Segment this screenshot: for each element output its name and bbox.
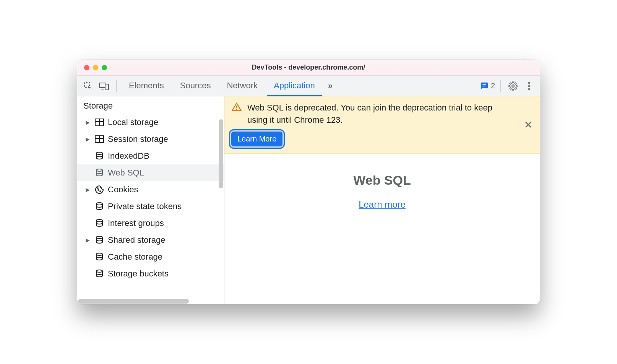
kebab-menu-button[interactable] [522, 79, 536, 93]
svg-point-9 [528, 88, 530, 90]
tab-application[interactable]: Application [267, 76, 322, 96]
svg-point-20 [97, 188, 98, 188]
vertical-scrollbar[interactable] [219, 119, 223, 188]
inspect-element-icon[interactable] [81, 79, 95, 93]
minimize-window-button[interactable] [93, 65, 98, 70]
more-tabs-button[interactable]: » [324, 81, 336, 91]
toolbar: Elements Sources Network Application » 2 [77, 76, 540, 96]
svg-point-8 [528, 85, 530, 87]
sidebar-item-interest-groups[interactable]: Interest groups [77, 215, 224, 232]
disclosure-triangle-icon: ▶ [86, 187, 91, 193]
warning-icon [231, 102, 242, 112]
toolbar-divider [116, 80, 117, 92]
sidebar-item-session-storage[interactable]: ▶Session storage [77, 131, 224, 148]
main-body: Web SQL Learn more [224, 154, 540, 304]
svg-point-21 [96, 203, 102, 205]
tab-elements[interactable]: Elements [122, 76, 171, 96]
database-icon [94, 151, 105, 161]
sidebar-item-label: Interest groups [108, 218, 164, 228]
gear-icon [508, 81, 518, 91]
main-heading: Web SQL [353, 173, 411, 188]
kebab-icon [528, 82, 530, 90]
horizontal-scrollbar[interactable] [78, 299, 189, 304]
sidebar-item-cookies[interactable]: ▶Cookies [77, 181, 224, 198]
disclosure-triangle-icon: ▶ [86, 136, 91, 142]
sidebar: Storage ▶Local storage▶Session storageIn… [77, 96, 224, 304]
content: Storage ▶Local storage▶Session storageIn… [77, 96, 540, 304]
tab-label: Sources [180, 81, 211, 91]
maximize-window-button[interactable] [102, 65, 107, 70]
main-panel: Web SQL is deprecated. You can join the … [224, 96, 540, 304]
banner-text: Web SQL is deprecated. You can join the … [247, 102, 511, 126]
sidebar-item-label: Storage buckets [108, 269, 169, 279]
tab-label: Network [227, 81, 258, 91]
sidebar-tree: ▶Local storage▶Session storageIndexedDBW… [77, 114, 224, 282]
database-icon [94, 202, 105, 211]
sidebar-item-label: Shared storage [108, 235, 165, 245]
disclosure-triangle-icon: ▶ [86, 119, 91, 125]
cookie-icon [94, 185, 105, 194]
close-icon [524, 121, 532, 128]
sidebar-item-label: Cache storage [108, 252, 162, 262]
database-icon [94, 252, 105, 262]
sidebar-item-label: Private state tokens [108, 202, 182, 211]
table-icon [94, 118, 105, 127]
tab-label: Application [274, 81, 315, 91]
svg-point-27 [236, 109, 237, 110]
sidebar-item-shared-storage[interactable]: ▶Shared storage [77, 232, 224, 249]
database-icon [94, 269, 105, 278]
sidebar-item-storage-buckets[interactable]: Storage buckets [77, 265, 224, 282]
sidebar-item-label: Web SQL [108, 168, 144, 178]
svg-point-25 [96, 270, 102, 272]
svg-point-22 [96, 219, 102, 222]
close-window-button[interactable] [84, 65, 89, 70]
svg-point-19 [100, 191, 101, 192]
tab-label: Elements [129, 81, 164, 91]
settings-button[interactable] [506, 79, 520, 93]
issues-count: 2 [491, 81, 495, 90]
devtools-window: DevTools - developer.chrome.com/ Element… [77, 60, 540, 304]
titlebar: DevTools - developer.chrome.com/ [77, 60, 540, 76]
svg-point-23 [96, 236, 102, 239]
sidebar-item-label: Cookies [108, 185, 138, 195]
sidebar-item-cache-storage[interactable]: Cache storage [77, 249, 224, 265]
issues-button[interactable]: 2 [480, 81, 495, 90]
learn-more-link[interactable]: Learn more [359, 199, 406, 210]
tab-network[interactable]: Network [220, 76, 265, 96]
traffic-lights [77, 65, 107, 70]
sidebar-item-local-storage[interactable]: ▶Local storage [77, 114, 224, 131]
svg-point-17 [96, 169, 102, 171]
chevron-double-right-icon: » [328, 81, 333, 91]
sidebar-item-label: Local storage [108, 117, 158, 127]
svg-point-24 [96, 253, 102, 255]
banner-close-button[interactable] [524, 121, 532, 128]
svg-point-6 [512, 85, 514, 87]
sidebar-item-private-state-tokens[interactable]: Private state tokens [77, 198, 224, 215]
chat-icon [480, 82, 489, 90]
database-icon [94, 236, 105, 245]
sidebar-item-label: Session storage [108, 134, 168, 144]
table-icon [94, 135, 105, 143]
deprecation-banner: Web SQL is deprecated. You can join the … [224, 96, 540, 154]
svg-point-18 [98, 190, 99, 190]
database-icon [94, 219, 105, 228]
tab-sources[interactable]: Sources [173, 76, 218, 96]
database-icon [94, 168, 105, 177]
disclosure-triangle-icon: ▶ [86, 237, 91, 243]
sidebar-item-indexeddb[interactable]: IndexedDB [77, 148, 224, 164]
learn-more-button[interactable]: Learn More [231, 132, 283, 146]
sidebar-section-title: Storage [77, 96, 224, 114]
svg-point-7 [528, 82, 530, 84]
window-title: DevTools - developer.chrome.com/ [77, 63, 540, 72]
device-toolbar-icon[interactable] [97, 79, 111, 93]
toolbar-divider [500, 80, 501, 92]
sidebar-item-label: IndexedDB [108, 151, 149, 161]
sidebar-item-web-sql[interactable]: Web SQL [77, 164, 224, 181]
svg-point-16 [96, 152, 102, 154]
svg-rect-3 [105, 84, 109, 90]
